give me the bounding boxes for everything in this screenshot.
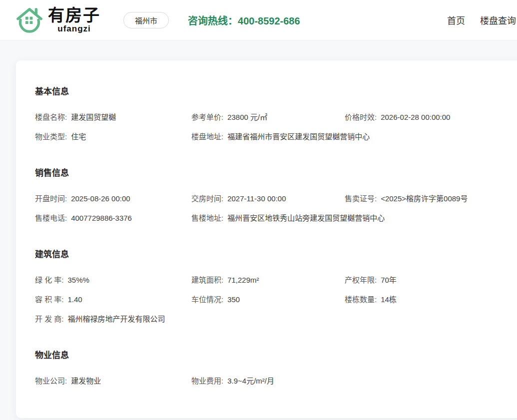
section-title: 建筑信息: [35, 247, 506, 260]
field-value: 福州榕禄房地产开发有限公司: [68, 315, 165, 323]
info-row: 楼盘名称:建发国贸望樾参考单价:23800 元/㎡价格时效:2026-02-28…: [35, 107, 506, 126]
section-title: 基本信息: [35, 84, 506, 97]
field-value: 福州晋安区地铁秀山站旁建发国贸望樾营销中心: [227, 214, 385, 222]
section-sales-info: 销售信息开盘时间:2025-08-26 00:00交房时间:2027-11-30…: [35, 166, 506, 227]
info-field: 楼盘名称:建发国贸望樾: [35, 111, 191, 122]
nav-item-0[interactable]: 首页: [447, 13, 465, 26]
field-label: 价格时效:: [345, 113, 377, 121]
field-label: 物业公司:: [35, 377, 67, 385]
info-row: 开 发 商:福州榕禄房地产开发有限公司: [35, 309, 506, 328]
info-row: 容 积 率:1.40车位情况:350楼栋数量:14栋: [35, 289, 506, 309]
field-value: 71,229m²: [227, 276, 259, 284]
section-basic-info: 基本信息楼盘名称:建发国贸望樾参考单价:23800 元/㎡价格时效:2026-0…: [35, 84, 506, 146]
info-field: 开盘时间:2025-08-26 00:00: [35, 193, 191, 203]
section-building-info: 建筑信息绿 化 率:35%%建筑面积:71,229m²产权年限:70年容 积 率…: [35, 247, 506, 328]
logo-subtitle: ufangzi: [57, 24, 91, 33]
field-label: 楼栋数量:: [345, 295, 377, 304]
info-field: 车位情况:350: [191, 294, 345, 304]
field-label: 物业费用:: [191, 377, 223, 385]
info-field: 建筑面积:71,229m²: [191, 274, 345, 285]
field-value: 1.40: [68, 295, 82, 304]
info-field: 物业类型:住宅: [35, 131, 191, 141]
city-selector-button[interactable]: 福州市: [123, 12, 169, 28]
info-field: 楼栋数量:14栋: [345, 294, 506, 304]
site-header: 有房子 ufangzi 福州市 咨询热线：400-8592-686 首页楼盘查询: [0, 0, 517, 40]
info-field: 物业费用:3.9~4元/m²/月: [191, 375, 506, 386]
field-label: 售楼电话:: [35, 214, 67, 222]
detail-card: 基本信息楼盘名称:建发国贸望樾参考单价:23800 元/㎡价格时效:2026-0…: [16, 60, 517, 418]
info-field: 售楼地址:福州晋安区地铁秀山站旁建发国贸望樾营销中心: [191, 212, 506, 223]
hotline-text: 咨询热线：400-8592-686: [188, 13, 300, 27]
info-row: 物业类型:住宅楼盘地址:福建省福州市晋安区建发国贸望樾营销中心: [35, 126, 506, 146]
section-title: 销售信息: [35, 166, 506, 178]
field-value: 70年: [381, 276, 397, 284]
field-label: 产权年限:: [345, 276, 377, 284]
info-field: 价格时效:2026-02-28 00:00:00: [345, 111, 506, 122]
info-field: 开 发 商:福州榕禄房地产开发有限公司: [35, 313, 506, 324]
info-field: 参考单价:23800 元/㎡: [191, 111, 345, 122]
field-value: 2026-02-28 00:00:00: [381, 113, 450, 121]
field-label: 楼盘地址:: [191, 132, 223, 141]
field-value: 350: [227, 295, 240, 304]
card-sections: 基本信息楼盘名称:建发国贸望樾参考单价:23800 元/㎡价格时效:2026-0…: [35, 84, 506, 390]
info-field: 物业公司:建发物业: [35, 375, 191, 386]
field-label: 交房时间:: [191, 194, 223, 203]
nav-item-1[interactable]: 楼盘查询: [480, 13, 516, 26]
info-row: 售楼电话:4007729886-3376售楼地址:福州晋安区地铁秀山站旁建发国贸…: [35, 208, 506, 227]
site-logo[interactable]: 有房子 ufangzi: [15, 5, 100, 34]
field-value: 2025-08-26 00:00: [71, 194, 130, 203]
field-label: 楼盘名称:: [35, 113, 67, 121]
house-logo-icon: [15, 5, 44, 34]
field-value: 3.9~4元/m²/月: [227, 377, 274, 385]
info-field: 容 积 率:1.40: [35, 294, 191, 304]
field-label: 物业类型:: [35, 132, 67, 141]
field-label: 容 积 率:: [35, 295, 64, 304]
logo-text: 有房子 ufangzi: [48, 7, 100, 33]
info-field: 交房时间:2027-11-30 00:00: [191, 193, 345, 203]
field-label: 开盘时间:: [35, 194, 67, 203]
field-label: 参考单价:: [191, 113, 223, 121]
main-nav: 首页楼盘查询: [447, 0, 517, 40]
field-label: 开 发 商:: [35, 315, 64, 323]
info-row: 物业公司:建发物业物业费用:3.9~4元/m²/月: [35, 371, 506, 390]
field-value: <2025>榕房许字第0089号: [381, 194, 468, 203]
field-value: 建发物业: [71, 377, 101, 385]
info-row: 开盘时间:2025-08-26 00:00交房时间:2027-11-30 00:…: [35, 188, 506, 208]
section-property-info: 物业信息物业公司:建发物业物业费用:3.9~4元/m²/月: [35, 348, 506, 390]
field-value: 2027-11-30 00:00: [227, 194, 286, 203]
field-value: 建发国贸望樾: [71, 113, 116, 121]
field-value: 14栋: [381, 295, 397, 304]
logo-title: 有房子: [48, 7, 100, 23]
field-value: 23800 元/㎡: [227, 113, 267, 121]
field-value: 住宅: [71, 132, 86, 141]
field-label: 售卖证号:: [345, 194, 377, 203]
info-field: 楼盘地址:福建省福州市晋安区建发国贸望樾营销中心: [191, 131, 506, 141]
info-field: 产权年限:70年: [345, 274, 506, 285]
field-label: 绿 化 率:: [35, 276, 64, 284]
field-label: 售楼地址:: [191, 214, 223, 222]
field-label: 建筑面积:: [191, 276, 223, 284]
info-field: 绿 化 率:35%%: [35, 274, 191, 285]
section-title: 物业信息: [35, 348, 506, 361]
info-field: 售卖证号:<2025>榕房许字第0089号: [345, 193, 506, 203]
info-field: 售楼电话:4007729886-3376: [35, 212, 191, 223]
info-row: 绿 化 率:35%%建筑面积:71,229m²产权年限:70年: [35, 270, 506, 289]
field-value: 福建省福州市晋安区建发国贸望樾营销中心: [227, 132, 370, 141]
field-value: 35%%: [68, 276, 89, 284]
field-label: 车位情况:: [191, 295, 223, 304]
field-value: 4007729886-3376: [71, 214, 132, 222]
